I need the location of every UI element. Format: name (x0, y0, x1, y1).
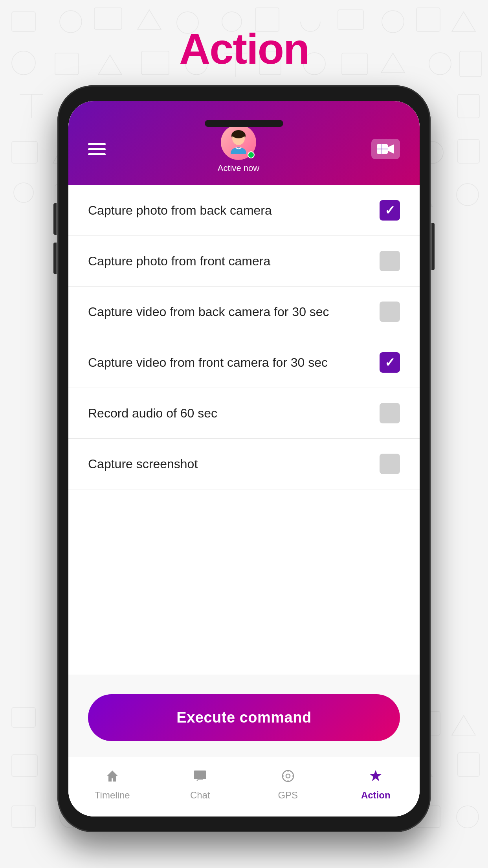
checkbox[interactable] (380, 251, 400, 271)
actions-list: Capture photo from back camera✓Capture p… (68, 185, 420, 675)
svg-rect-8 (416, 8, 440, 31)
svg-rect-34 (458, 140, 479, 163)
list-item[interactable]: Capture screenshot (68, 439, 420, 489)
execute-area: Execute command (68, 675, 420, 757)
nav-item-gps[interactable]: GPS (244, 765, 332, 805)
screen-content: Active now Capture photo from back camer… (68, 101, 420, 817)
volume-down-button[interactable] (53, 243, 57, 274)
nav-item-chat[interactable]: Chat (156, 765, 244, 805)
active-indicator (248, 151, 255, 158)
checkbox[interactable] (380, 403, 400, 423)
app-header: Active now (68, 101, 420, 185)
svg-point-35 (14, 183, 33, 202)
action-nav-label: Action (361, 790, 391, 801)
svg-rect-6 (338, 10, 363, 29)
svg-point-42 (457, 184, 479, 206)
svg-point-7 (382, 11, 404, 33)
menu-line-1 (88, 143, 106, 145)
active-now-label: Active now (218, 163, 259, 173)
action-nav-icon (369, 769, 383, 787)
svg-rect-17 (460, 51, 481, 77)
svg-rect-0 (12, 12, 35, 31)
svg-point-62 (286, 774, 290, 778)
checkbox[interactable]: ✓ (380, 200, 400, 221)
video-call-button[interactable] (371, 139, 400, 159)
svg-rect-26 (12, 142, 37, 163)
timeline-nav-label: Timeline (95, 790, 130, 801)
bottom-navigation: Timeline Chat GPS Action (68, 757, 420, 817)
volume-up-button[interactable] (53, 203, 57, 235)
checkmark-icon: ✓ (385, 204, 395, 217)
list-item-label: Capture photo from back camera (88, 203, 272, 218)
phone-notch (205, 120, 283, 127)
list-item[interactable]: Capture photo from back camera✓ (68, 185, 420, 236)
chat-nav-label: Chat (190, 790, 210, 801)
checkmark-icon: ✓ (385, 356, 395, 369)
list-item-label: Capture screenshot (88, 457, 198, 471)
svg-point-9 (12, 51, 35, 75)
list-item[interactable]: Capture photo from front camera (68, 236, 420, 287)
gps-nav-icon (281, 769, 295, 787)
menu-button[interactable] (88, 143, 106, 155)
checkbox[interactable] (380, 302, 400, 322)
list-item-label: Capture photo from front camera (88, 254, 270, 268)
svg-point-56 (232, 131, 245, 138)
power-button[interactable] (431, 223, 435, 270)
svg-rect-10 (55, 53, 79, 75)
svg-rect-2 (94, 8, 122, 29)
svg-rect-43 (12, 708, 35, 727)
nav-item-action[interactable]: Action (332, 765, 420, 805)
checkbox[interactable]: ✓ (380, 352, 400, 373)
svg-rect-11 (141, 51, 169, 75)
svg-rect-47 (12, 755, 37, 776)
svg-rect-15 (342, 53, 367, 75)
list-item[interactable]: Capture video from back camera for 30 se… (68, 287, 420, 337)
list-item-label: Capture video from front camera for 30 s… (88, 355, 328, 370)
avatar-container (221, 125, 256, 160)
list-item[interactable]: Record audio of 60 sec (68, 388, 420, 439)
phone-wrapper: Active now Capture photo from back camer… (57, 85, 431, 832)
svg-point-53 (457, 806, 479, 828)
gps-nav-label: GPS (278, 790, 298, 801)
list-item[interactable]: Capture video from front camera for 30 s… (68, 337, 420, 388)
execute-command-button[interactable]: Execute command (88, 694, 400, 741)
svg-rect-50 (12, 806, 35, 828)
list-item-label: Capture video from back camera for 30 se… (88, 305, 329, 319)
checkbox[interactable] (380, 454, 400, 474)
nav-item-timeline[interactable]: Timeline (68, 765, 156, 805)
svg-rect-60 (194, 771, 206, 779)
chat-nav-icon (193, 769, 207, 787)
svg-point-1 (60, 11, 82, 33)
menu-line-2 (88, 148, 106, 150)
page-title: Action (179, 24, 309, 74)
menu-line-3 (88, 153, 106, 155)
svg-point-16 (429, 53, 451, 75)
timeline-nav-icon (105, 769, 119, 787)
header-center: Active now (218, 125, 259, 173)
svg-rect-25 (458, 94, 479, 118)
list-item-label: Record audio of 60 sec (88, 406, 217, 421)
svg-point-61 (283, 771, 294, 782)
phone-screen: Active now Capture photo from back camer… (68, 101, 420, 817)
svg-rect-49 (458, 753, 479, 776)
